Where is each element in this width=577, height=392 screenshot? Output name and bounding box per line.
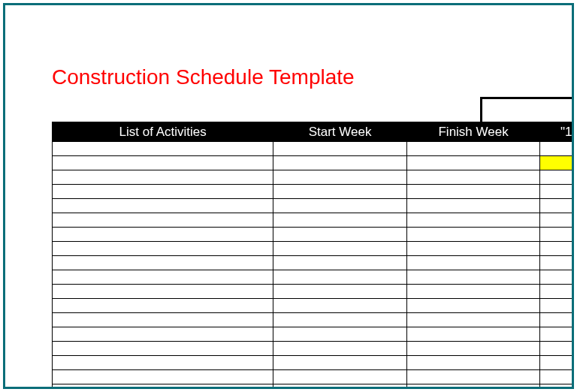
- cell-start[interactable]: [273, 156, 407, 170]
- cell-start[interactable]: [273, 270, 407, 285]
- table-row: [53, 199, 572, 213]
- table-row: [53, 313, 572, 327]
- table-row: [53, 342, 572, 356]
- cell-week1[interactable]: [540, 313, 572, 327]
- cell-activities[interactable]: [53, 384, 273, 387]
- table-row: [53, 370, 572, 384]
- bracket-line: [480, 97, 572, 122]
- header-start: Start Week: [273, 122, 407, 142]
- cell-finish[interactable]: [406, 242, 540, 256]
- table-row: [53, 156, 572, 170]
- cell-finish[interactable]: [406, 170, 540, 185]
- document-content: Construction Schedule Template List of A…: [5, 5, 572, 387]
- cell-start[interactable]: [273, 142, 407, 156]
- table-row: [53, 256, 572, 270]
- cell-finish[interactable]: [406, 285, 540, 299]
- cell-start[interactable]: [273, 256, 407, 270]
- cell-activities[interactable]: [53, 327, 273, 342]
- cell-week1[interactable]: [540, 342, 572, 356]
- cell-start[interactable]: [273, 342, 407, 356]
- cell-finish[interactable]: [406, 270, 540, 285]
- table-row: [53, 356, 572, 370]
- cell-activities[interactable]: [53, 313, 273, 327]
- cell-week1[interactable]: [540, 228, 572, 242]
- cell-finish[interactable]: [406, 228, 540, 242]
- cell-start[interactable]: [273, 185, 407, 199]
- cell-start[interactable]: [273, 285, 407, 299]
- cell-activities[interactable]: [53, 242, 273, 256]
- cell-activities[interactable]: [53, 342, 273, 356]
- schedule-table: List of Activities Start Week Finish Wee…: [52, 122, 572, 387]
- cell-activities[interactable]: [53, 356, 273, 370]
- cell-finish[interactable]: [406, 256, 540, 270]
- header-activities: List of Activities: [53, 122, 273, 142]
- table-row: [53, 213, 572, 228]
- table-row: [53, 142, 572, 156]
- cell-finish[interactable]: [406, 299, 540, 313]
- cell-start[interactable]: [273, 327, 407, 342]
- cell-week1[interactable]: [540, 213, 572, 228]
- cell-finish[interactable]: [406, 142, 540, 156]
- cell-finish[interactable]: [406, 384, 540, 387]
- cell-activities[interactable]: [53, 285, 273, 299]
- table-row: [53, 185, 572, 199]
- cell-finish[interactable]: [406, 313, 540, 327]
- cell-start[interactable]: [273, 299, 407, 313]
- cell-activities[interactable]: [53, 185, 273, 199]
- table-row: [53, 285, 572, 299]
- header-row: List of Activities Start Week Finish Wee…: [53, 122, 572, 142]
- cell-finish[interactable]: [406, 370, 540, 384]
- table-row: [53, 327, 572, 342]
- cell-week1[interactable]: [540, 199, 572, 213]
- cell-start[interactable]: [273, 313, 407, 327]
- cell-week1[interactable]: [540, 170, 572, 185]
- cell-week1[interactable]: [540, 256, 572, 270]
- header-finish: Finish Week: [406, 122, 540, 142]
- cell-activities[interactable]: [53, 142, 273, 156]
- cell-activities[interactable]: [53, 213, 273, 228]
- cell-week1[interactable]: [540, 327, 572, 342]
- table-row: [53, 170, 572, 185]
- table-row: [53, 384, 572, 387]
- cell-start[interactable]: [273, 242, 407, 256]
- cell-week1[interactable]: [540, 356, 572, 370]
- table-row: [53, 228, 572, 242]
- header-week1: "1: [540, 122, 572, 142]
- cell-finish[interactable]: [406, 185, 540, 199]
- cell-start[interactable]: [273, 384, 407, 387]
- table-body: [53, 142, 572, 387]
- cell-start[interactable]: [273, 356, 407, 370]
- cell-activities[interactable]: [53, 299, 273, 313]
- cell-week1[interactable]: [540, 242, 572, 256]
- cell-finish[interactable]: [406, 213, 540, 228]
- cell-start[interactable]: [273, 213, 407, 228]
- cell-week1[interactable]: [540, 270, 572, 285]
- cell-activities[interactable]: [53, 156, 273, 170]
- cell-start[interactable]: [273, 370, 407, 384]
- cell-finish[interactable]: [406, 327, 540, 342]
- cell-activities[interactable]: [53, 199, 273, 213]
- cell-start[interactable]: [273, 199, 407, 213]
- cell-activities[interactable]: [53, 170, 273, 185]
- table-row: [53, 242, 572, 256]
- cell-finish[interactable]: [406, 156, 540, 170]
- schedule-table-wrap: List of Activities Start Week Finish Wee…: [52, 122, 572, 387]
- cell-activities[interactable]: [53, 370, 273, 384]
- page-title: Construction Schedule Template: [52, 65, 355, 89]
- cell-week1[interactable]: [540, 370, 572, 384]
- cell-activities[interactable]: [53, 270, 273, 285]
- cell-week1[interactable]: [540, 185, 572, 199]
- cell-finish[interactable]: [406, 356, 540, 370]
- cell-week1[interactable]: [540, 384, 572, 387]
- table-row: [53, 270, 572, 285]
- cell-week1[interactable]: [540, 285, 572, 299]
- cell-start[interactable]: [273, 170, 407, 185]
- cell-finish[interactable]: [406, 342, 540, 356]
- cell-activities[interactable]: [53, 256, 273, 270]
- cell-finish[interactable]: [406, 199, 540, 213]
- cell-week1[interactable]: [540, 156, 572, 170]
- cell-start[interactable]: [273, 228, 407, 242]
- cell-week1[interactable]: [540, 299, 572, 313]
- cell-week1[interactable]: [540, 142, 572, 156]
- cell-activities[interactable]: [53, 228, 273, 242]
